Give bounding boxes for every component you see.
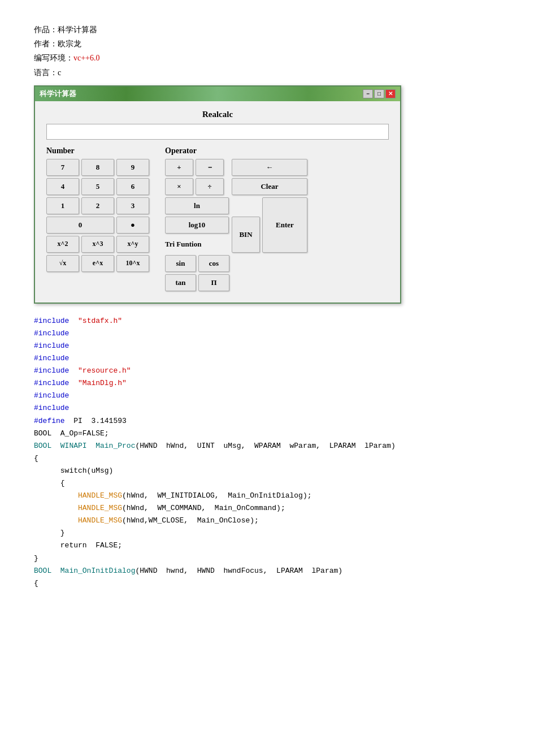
bin-enter-area: BIN Enter [232, 197, 307, 291]
tan-pi-row: tan Π [165, 274, 229, 291]
btn-9[interactable]: 9 [116, 159, 149, 176]
tri-label-row: Tri Funtion [165, 236, 229, 253]
op-row3: ln [165, 197, 229, 214]
btn-8[interactable]: 8 [81, 159, 114, 176]
btn-plus[interactable]: + [165, 159, 193, 176]
btn-4[interactable]: 4 [46, 178, 79, 195]
env-line: 编写环境：vc++6.0 [34, 51, 500, 65]
calculator-window: 科学计算器 － □ ✕ Realcalc Number 7 8 9 4 5 6 … [34, 85, 401, 304]
btn-clear[interactable]: Clear [232, 178, 307, 195]
code-line-12: { [34, 452, 500, 465]
left-ops: + － × ÷ ln lo [165, 159, 229, 291]
btn-3[interactable]: 3 [116, 197, 149, 214]
code-line-15: HANDLE_MSG(hWnd, WM_INITDIALOG, Main_OnI… [34, 490, 500, 502]
code-line-18: } [34, 527, 500, 539]
op-row1: + － [165, 159, 229, 176]
code-line-9: #define PI 3.141593 [34, 415, 500, 427]
calc-sections: Number 7 8 9 4 5 6 1 2 3 0 ● x^2 x [46, 146, 389, 291]
operator-section: Operator + － × ÷ [165, 146, 389, 291]
btn-dot[interactable]: ● [116, 217, 149, 234]
power-row: x^2 x^3 x^y [46, 236, 159, 253]
code-line-5: #include "resource.h" [34, 365, 500, 377]
btn-5[interactable]: 5 [81, 178, 114, 195]
code-line-10: BOOL A_Op=FALSE; [34, 427, 500, 440]
title-bar: 科学计算器 － □ ✕ [35, 87, 400, 101]
code-line-6: #include "MainDlg.h" [34, 377, 500, 390]
code-line-17: HANDLE_MSG(hWnd,WM_CLOSE, Main_OnClose); [34, 515, 500, 527]
op-row2: × ÷ [165, 178, 229, 195]
btn-2[interactable]: 2 [81, 197, 114, 214]
op-row4: log10 [165, 217, 229, 234]
code-line-11: BOOL WINAPI Main_Proc(HWND hWnd, UINT uM… [34, 440, 500, 452]
close-button[interactable]: ✕ [385, 89, 396, 98]
calc-display[interactable] [46, 124, 389, 140]
operator-label: Operator [165, 146, 389, 155]
btn-xy[interactable]: x^y [116, 236, 149, 253]
code-line-23: BOOL Main_OnInitDialog(HWND hwnd, HWND h… [34, 565, 500, 577]
code-line-13: switch(uMsg) [34, 465, 500, 477]
btn-pi[interactable]: Π [198, 274, 229, 291]
minimize-button[interactable]: － [363, 89, 373, 98]
btn-times[interactable]: × [165, 178, 193, 195]
maximize-button[interactable]: □ [374, 89, 384, 98]
btn-backspace[interactable]: ← [232, 159, 307, 176]
btn-x3[interactable]: x^3 [81, 236, 114, 253]
title-line: 作品：科学计算器 [34, 23, 500, 37]
code-line-2: #include [34, 327, 500, 340]
root-row: √x e^x 10^x [46, 255, 159, 272]
info-block: 作品：科学计算器 作者：欧宗龙 编写环境：vc++6.0 语言：c [34, 23, 500, 80]
code-line-4: #include [34, 352, 500, 365]
btn-enter[interactable]: Enter [262, 197, 307, 253]
code-line-3: #include [34, 340, 500, 352]
code-line-14: { [34, 477, 500, 490]
btn-tenx[interactable]: 10^x [116, 255, 149, 272]
btn-1[interactable]: 1 [46, 197, 79, 214]
btn-x2[interactable]: x^2 [46, 236, 79, 253]
btn-divide[interactable]: ÷ [196, 178, 224, 195]
btn-ex[interactable]: e^x [81, 255, 114, 272]
code-line-16: HANDLE_MSG(hWnd, WM_COMMAND, Main_OnComm… [34, 502, 500, 515]
tri-funtion-label: Tri Funtion [165, 236, 201, 253]
author-line: 作者：欧宗龙 [34, 37, 500, 51]
btn-7[interactable]: 7 [46, 159, 79, 176]
op-area: + － × ÷ ln lo [165, 159, 389, 291]
btn-bin[interactable]: BIN [232, 217, 260, 253]
code-line-7: #include [34, 390, 500, 402]
code-line-21: } [34, 552, 500, 565]
btn-sqrtx[interactable]: √x [46, 255, 79, 272]
number-section: Number 7 8 9 4 5 6 1 2 3 0 ● x^2 x [46, 146, 159, 291]
right-ops: ← Clear BIN Enter [232, 159, 307, 291]
code-line-1: #include "stdafx.h" [34, 315, 500, 327]
calc-body: Realcalc Number 7 8 9 4 5 6 1 2 3 0 ● [35, 101, 400, 303]
btn-0[interactable]: 0 [46, 217, 114, 234]
btn-tan[interactable]: tan [165, 274, 196, 291]
btn-sin[interactable]: sin [165, 255, 196, 272]
number-grid: 7 8 9 4 5 6 1 2 3 0 ● [46, 159, 159, 234]
code-line-24: { [34, 577, 500, 590]
window-controls: － □ ✕ [363, 89, 396, 98]
sin-cos-row: sin cos [165, 255, 229, 272]
btn-log10[interactable]: log10 [165, 217, 229, 234]
code-line-20: return FALSE; [34, 539, 500, 552]
code-line-8: #include [34, 402, 500, 414]
number-label: Number [46, 146, 159, 155]
btn-ln[interactable]: ln [165, 197, 229, 214]
window-title: 科学计算器 [40, 89, 76, 99]
lang-line: 语言：c [34, 66, 500, 80]
code-section: #include "stdafx.h" #include #include #i… [34, 315, 500, 590]
calc-app-title: Realcalc [46, 110, 389, 119]
btn-6[interactable]: 6 [116, 178, 149, 195]
btn-minus[interactable]: － [196, 159, 224, 176]
btn-cos[interactable]: cos [198, 255, 229, 272]
